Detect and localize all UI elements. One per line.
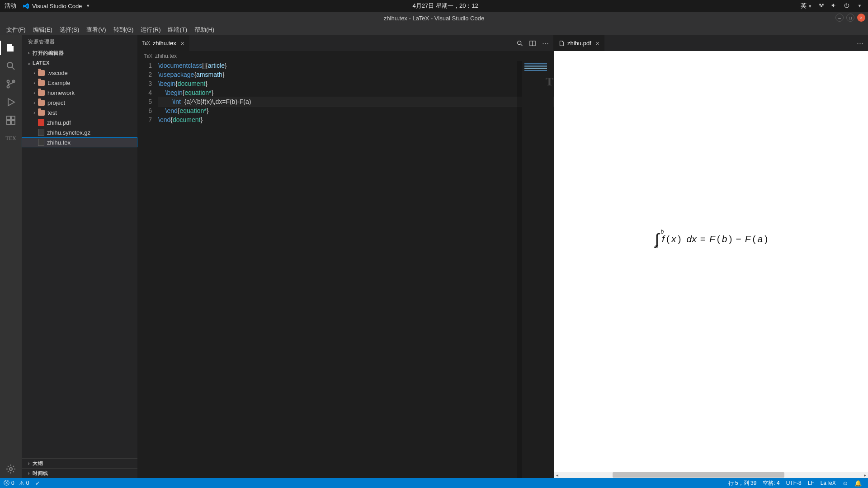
tree-item-label: project — [47, 99, 65, 106]
folder-item[interactable]: ›.vscode — [22, 68, 137, 78]
menu-bar: 文件(F) 编辑(E) 选择(S) 查看(V) 转到(G) 运行(R) 终端(T… — [0, 24, 868, 35]
app-indicator[interactable]: Visual Studio Code ▼ — [23, 3, 90, 9]
folder-icon — [38, 100, 45, 106]
preview-actions: ⋯ — [852, 35, 868, 51]
tab-label: zhihu.tex — [153, 40, 176, 47]
explorer-panel-title: 资源管理器 — [22, 35, 137, 48]
tab-label: zhihu.pdf — [567, 40, 591, 47]
tex-watermark-icon: T — [546, 75, 553, 89]
status-cursor[interactable]: 行 5，列 39 — [728, 479, 757, 487]
scroll-right-icon[interactable]: ▸ — [862, 472, 868, 478]
menu-terminal[interactable]: 终端(T) — [164, 25, 191, 35]
tree-item-label: zhihu.pdf — [47, 119, 71, 126]
code-editor[interactable]: 1234567 \documentclass[]{article}\usepac… — [137, 61, 553, 478]
volume-icon[interactable] — [831, 2, 837, 10]
editor-tab-zhihu-tex[interactable]: TᴇX zhihu.tex × — [137, 35, 189, 51]
menu-select[interactable]: 选择(S) — [56, 25, 83, 35]
feedback-icon: ☺ — [842, 480, 848, 487]
folder-item[interactable]: ›homework — [22, 88, 137, 98]
file-item[interactable]: zhihu.tex — [22, 137, 137, 147]
window-close-button[interactable]: × — [857, 14, 865, 22]
tree-item-label: homework — [47, 89, 75, 96]
folder-item[interactable]: ›Example — [22, 78, 137, 88]
activity-settings[interactable] — [0, 460, 22, 478]
section-timeline[interactable]: › 时间线 — [22, 468, 137, 478]
more-actions-icon[interactable]: ⋯ — [542, 40, 549, 47]
activity-bar: TEX — [0, 35, 22, 478]
menu-file[interactable]: 文件(F) — [3, 25, 29, 35]
editor-group-left: TᴇX zhihu.tex × ⋯ TᴇX zhihu.tex 1234567 … — [137, 35, 553, 478]
pdf-horizontal-scrollbar[interactable]: ◂ ▸ — [554, 472, 868, 478]
error-icon: ⓧ — [4, 479, 9, 487]
minimap[interactable] — [522, 61, 553, 478]
scroll-left-icon[interactable]: ◂ — [554, 472, 560, 478]
menu-view[interactable]: 查看(V) — [83, 25, 109, 35]
status-eol[interactable]: LF — [808, 480, 814, 486]
tree-item-label: .vscode — [47, 70, 68, 76]
menu-edit[interactable]: 编辑(E) — [29, 25, 56, 35]
status-indent[interactable]: 空格: 4 — [763, 479, 779, 487]
section-label: LATEX — [33, 60, 50, 66]
svg-point-0 — [7, 62, 13, 68]
preview-tab-zhihu-pdf[interactable]: zhihu.pdf × — [554, 35, 604, 51]
file-item[interactable]: zhihu.pdf — [22, 117, 137, 127]
svg-point-4 — [9, 468, 12, 470]
folder-item[interactable]: ›test — [22, 108, 137, 117]
tex-file-icon: TᴇX — [144, 53, 152, 59]
folder-icon — [38, 80, 45, 86]
activities-button[interactable]: 活动 — [5, 2, 16, 10]
play-icon — [5, 97, 16, 108]
file-icon — [38, 129, 44, 136]
breadcrumb[interactable]: TᴇX zhihu.tex — [137, 51, 553, 61]
chevron-down-icon: ▼ — [86, 4, 90, 8]
status-feedback[interactable]: ☺ — [842, 480, 848, 487]
activity-search[interactable] — [0, 57, 22, 75]
chevron-right-icon: › — [31, 70, 38, 75]
section-outline[interactable]: › 大纲 — [22, 458, 137, 468]
status-build-ok[interactable]: ✓ — [35, 480, 40, 487]
tex-icon: TEX — [5, 135, 16, 142]
status-notifications[interactable]: 🔔 — [854, 480, 862, 487]
section-workspace[interactable]: ⌄ LATEX — [22, 58, 137, 68]
close-icon[interactable]: × — [181, 40, 184, 47]
chevron-right-icon: › — [31, 90, 38, 95]
status-problems[interactable]: ⓧ0 ⚠0 — [4, 479, 29, 487]
chevron-right-icon: › — [25, 51, 33, 56]
svg-point-5 — [518, 41, 521, 44]
rendered-equation: ∫ba f(x) dx = F(b) − F(a) — [654, 234, 768, 244]
file-item[interactable]: zhihu.synctex.gz — [22, 127, 137, 137]
network-icon[interactable] — [818, 2, 825, 10]
power-icon[interactable] — [844, 2, 850, 10]
editor-scrollbar[interactable] — [517, 61, 522, 478]
split-editor-icon[interactable] — [529, 40, 536, 47]
ime-indicator[interactable]: 英▼ — [801, 2, 812, 10]
activity-latex[interactable]: TEX — [0, 129, 22, 147]
status-encoding[interactable]: UTF-8 — [786, 480, 802, 486]
view-pdf-icon[interactable] — [516, 40, 524, 47]
menu-run[interactable]: 运行(R) — [137, 25, 164, 35]
vscode-icon — [23, 3, 29, 9]
chevron-right-icon: › — [31, 100, 38, 105]
more-actions-icon[interactable]: ⋯ — [856, 40, 863, 47]
window-minimize-button[interactable]: – — [835, 14, 844, 22]
activity-run-debug[interactable] — [0, 93, 22, 111]
activity-explorer[interactable] — [0, 39, 22, 57]
status-bar: ⓧ0 ⚠0 ✓ 行 5，列 39 空格: 4 UTF-8 LF LaTeX ☺ … — [0, 478, 868, 488]
activity-scm[interactable] — [0, 75, 22, 93]
activity-extensions[interactable] — [0, 111, 22, 129]
chevron-right-icon: › — [25, 461, 33, 466]
pdf-file-icon — [38, 119, 44, 126]
section-label: 大纲 — [33, 460, 43, 467]
menu-help[interactable]: 帮助(H) — [191, 25, 218, 35]
section-open-editors[interactable]: › 打开的编辑器 — [22, 48, 137, 58]
menu-go[interactable]: 转到(G) — [110, 25, 137, 35]
window-maximize-button[interactable]: □ — [846, 14, 854, 22]
clock[interactable]: 4月27日 星期一，20：12 — [90, 2, 801, 10]
folder-item[interactable]: ›project — [22, 98, 137, 108]
files-icon — [5, 42, 16, 53]
close-icon[interactable]: × — [596, 40, 599, 47]
warning-icon: ⚠ — [19, 480, 24, 487]
status-language[interactable]: LaTeX — [821, 480, 836, 486]
pdf-preview[interactable]: ∫ba f(x) dx = F(b) − F(a) ◂ ▸ — [554, 51, 868, 478]
scroll-thumb[interactable] — [613, 472, 784, 478]
